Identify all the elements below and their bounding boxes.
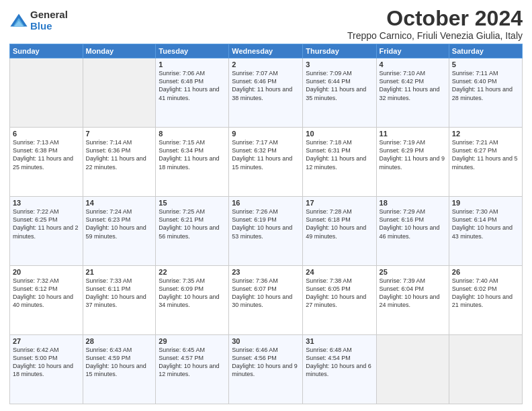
logo-blue: Blue (30, 21, 68, 32)
calendar-week-5: 27Sunrise: 6:42 AM Sunset: 5:00 PM Dayli… (10, 335, 523, 404)
calendar-cell: 28Sunrise: 6:43 AM Sunset: 4:59 PM Dayli… (83, 335, 156, 404)
calendar-cell: 25Sunrise: 7:39 AM Sunset: 6:04 PM Dayli… (376, 266, 449, 335)
day-header-saturday: Saturday (449, 44, 522, 58)
day-number: 8 (159, 130, 226, 138)
calendar-cell: 5Sunrise: 7:11 AM Sunset: 6:40 PM Daylig… (449, 58, 522, 128)
header: General Blue October 2024 Treppo Carnico… (9, 7, 523, 41)
calendar-cell: 20Sunrise: 7:32 AM Sunset: 6:12 PM Dayli… (10, 266, 83, 335)
calendar-cell: 9Sunrise: 7:17 AM Sunset: 6:32 PM Daylig… (229, 128, 303, 197)
day-info: Sunrise: 7:09 AM Sunset: 6:44 PM Dayligh… (306, 69, 373, 102)
day-info: Sunrise: 7:06 AM Sunset: 6:48 PM Dayligh… (159, 69, 226, 102)
day-header-tuesday: Tuesday (156, 44, 229, 58)
day-number: 28 (86, 337, 153, 345)
page: General Blue October 2024 Treppo Carnico… (0, 0, 532, 411)
day-info: Sunrise: 7:39 AM Sunset: 6:04 PM Dayligh… (380, 277, 446, 310)
day-info: Sunrise: 7:07 AM Sunset: 6:46 PM Dayligh… (232, 69, 300, 102)
calendar-cell: 23Sunrise: 7:36 AM Sunset: 6:07 PM Dayli… (229, 266, 303, 335)
calendar-cell (83, 58, 156, 128)
day-number: 2 (232, 60, 300, 68)
day-info: Sunrise: 7:32 AM Sunset: 6:12 PM Dayligh… (13, 277, 80, 310)
calendar-cell: 3Sunrise: 7:09 AM Sunset: 6:44 PM Daylig… (303, 58, 376, 128)
day-info: Sunrise: 7:29 AM Sunset: 6:16 PM Dayligh… (380, 208, 446, 240)
calendar-cell: 24Sunrise: 7:38 AM Sunset: 6:05 PM Dayli… (303, 266, 376, 335)
calendar-cell: 19Sunrise: 7:30 AM Sunset: 6:14 PM Dayli… (449, 197, 522, 266)
day-header-thursday: Thursday (303, 44, 376, 58)
day-number: 12 (452, 130, 519, 138)
day-number: 26 (452, 268, 519, 276)
calendar-cell: 18Sunrise: 7:29 AM Sunset: 6:16 PM Dayli… (376, 197, 449, 266)
day-number: 13 (13, 199, 80, 207)
calendar-header: SundayMondayTuesdayWednesdayThursdayFrid… (10, 44, 523, 58)
calendar-cell: 26Sunrise: 7:40 AM Sunset: 6:02 PM Dayli… (449, 266, 522, 335)
day-info: Sunrise: 7:15 AM Sunset: 6:34 PM Dayligh… (159, 138, 226, 171)
day-number: 11 (380, 130, 446, 138)
day-number: 23 (232, 268, 300, 276)
calendar-week-1: 1Sunrise: 7:06 AM Sunset: 6:48 PM Daylig… (10, 58, 523, 128)
day-info: Sunrise: 7:38 AM Sunset: 6:05 PM Dayligh… (306, 277, 373, 310)
calendar-cell: 12Sunrise: 7:21 AM Sunset: 6:27 PM Dayli… (449, 128, 522, 197)
day-info: Sunrise: 7:26 AM Sunset: 6:19 PM Dayligh… (232, 208, 300, 240)
day-info: Sunrise: 6:46 AM Sunset: 4:56 PM Dayligh… (232, 346, 300, 379)
day-info: Sunrise: 7:24 AM Sunset: 6:23 PM Dayligh… (86, 208, 153, 240)
month-title: October 2024 (347, 7, 523, 30)
day-number: 31 (306, 337, 373, 345)
day-info: Sunrise: 7:17 AM Sunset: 6:32 PM Dayligh… (232, 138, 300, 171)
day-number: 6 (13, 130, 80, 138)
day-info: Sunrise: 7:11 AM Sunset: 6:40 PM Dayligh… (452, 69, 519, 102)
calendar-cell: 8Sunrise: 7:15 AM Sunset: 6:34 PM Daylig… (156, 128, 229, 197)
day-number: 19 (452, 199, 519, 207)
calendar-cell: 1Sunrise: 7:06 AM Sunset: 6:48 PM Daylig… (156, 58, 229, 128)
day-number: 22 (159, 268, 226, 276)
calendar-cell: 13Sunrise: 7:22 AM Sunset: 6:25 PM Dayli… (10, 197, 83, 266)
calendar-cell: 31Sunrise: 6:48 AM Sunset: 4:54 PM Dayli… (303, 335, 376, 404)
calendar-cell: 16Sunrise: 7:26 AM Sunset: 6:19 PM Dayli… (229, 197, 303, 266)
day-info: Sunrise: 6:43 AM Sunset: 4:59 PM Dayligh… (86, 346, 153, 379)
calendar-cell: 17Sunrise: 7:28 AM Sunset: 6:18 PM Dayli… (303, 197, 376, 266)
calendar-week-3: 13Sunrise: 7:22 AM Sunset: 6:25 PM Dayli… (10, 197, 523, 266)
calendar-cell: 2Sunrise: 7:07 AM Sunset: 6:46 PM Daylig… (229, 58, 303, 128)
calendar-cell (449, 335, 522, 404)
day-number: 27 (13, 337, 80, 345)
day-number: 10 (306, 130, 373, 138)
day-number: 14 (86, 199, 153, 207)
calendar-cell: 15Sunrise: 7:25 AM Sunset: 6:21 PM Dayli… (156, 197, 229, 266)
day-number: 21 (86, 268, 153, 276)
day-header-sunday: Sunday (10, 44, 83, 58)
day-number: 3 (306, 60, 373, 68)
calendar-cell (10, 58, 83, 128)
logo-general: General (30, 9, 68, 21)
calendar-cell: 11Sunrise: 7:19 AM Sunset: 6:29 PM Dayli… (376, 128, 449, 197)
day-number: 7 (86, 130, 153, 138)
day-number: 15 (159, 199, 226, 207)
day-header-friday: Friday (376, 44, 449, 58)
day-header-wednesday: Wednesday (229, 44, 303, 58)
day-number: 18 (380, 199, 446, 207)
calendar-cell: 10Sunrise: 7:18 AM Sunset: 6:31 PM Dayli… (303, 128, 376, 197)
day-info: Sunrise: 7:40 AM Sunset: 6:02 PM Dayligh… (452, 277, 519, 310)
calendar-week-4: 20Sunrise: 7:32 AM Sunset: 6:12 PM Dayli… (10, 266, 523, 335)
calendar-body: 1Sunrise: 7:06 AM Sunset: 6:48 PM Daylig… (10, 58, 523, 404)
logo-text: General Blue (30, 9, 68, 32)
day-info: Sunrise: 7:28 AM Sunset: 6:18 PM Dayligh… (306, 208, 373, 240)
day-info: Sunrise: 7:18 AM Sunset: 6:31 PM Dayligh… (306, 138, 373, 171)
day-info: Sunrise: 7:36 AM Sunset: 6:07 PM Dayligh… (232, 277, 300, 310)
calendar-cell: 4Sunrise: 7:10 AM Sunset: 6:42 PM Daylig… (376, 58, 449, 128)
logo-icon (9, 11, 28, 30)
calendar-cell: 21Sunrise: 7:33 AM Sunset: 6:11 PM Dayli… (83, 266, 156, 335)
logo: General Blue (9, 9, 68, 32)
calendar-cell: 27Sunrise: 6:42 AM Sunset: 5:00 PM Dayli… (10, 335, 83, 404)
day-number: 20 (13, 268, 80, 276)
day-header-row: SundayMondayTuesdayWednesdayThursdayFrid… (10, 44, 523, 58)
title-block: October 2024 Treppo Carnico, Friuli Vene… (347, 7, 523, 41)
day-number: 25 (380, 268, 446, 276)
day-number: 4 (380, 60, 446, 68)
day-info: Sunrise: 7:14 AM Sunset: 6:36 PM Dayligh… (86, 138, 153, 171)
calendar-cell: 6Sunrise: 7:13 AM Sunset: 6:38 PM Daylig… (10, 128, 83, 197)
day-info: Sunrise: 7:13 AM Sunset: 6:38 PM Dayligh… (13, 138, 80, 171)
calendar-cell: 22Sunrise: 7:35 AM Sunset: 6:09 PM Dayli… (156, 266, 229, 335)
day-number: 30 (232, 337, 300, 345)
day-number: 16 (232, 199, 300, 207)
day-info: Sunrise: 7:10 AM Sunset: 6:42 PM Dayligh… (380, 69, 446, 102)
day-number: 29 (159, 337, 226, 345)
day-info: Sunrise: 7:22 AM Sunset: 6:25 PM Dayligh… (13, 208, 80, 240)
